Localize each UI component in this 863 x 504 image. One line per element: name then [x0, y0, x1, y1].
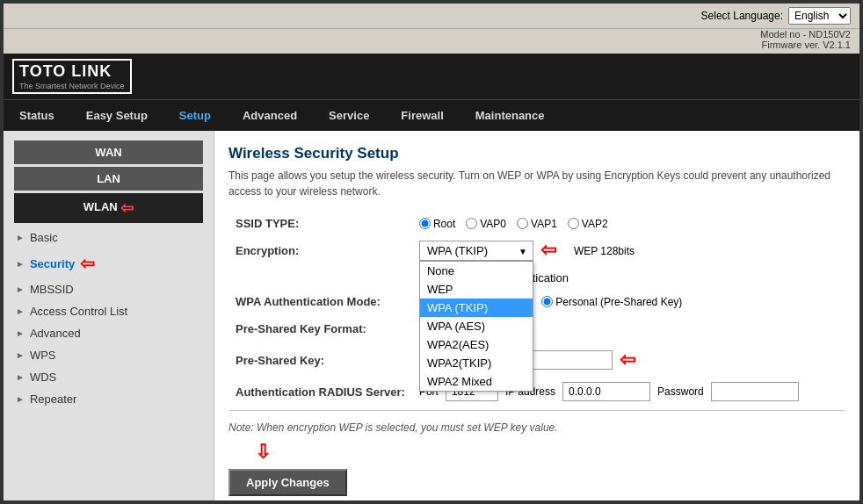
ssid-type-label: SSID TYPE:	[228, 212, 412, 235]
sidebar-label-mbssid: MBSSID	[30, 283, 74, 296]
logo-box: TOTO LINK The Smartest Network Device	[12, 59, 132, 94]
wpa-personal-label[interactable]: Personal (Pre-Shared Key)	[541, 296, 682, 308]
arrow-icon-advanced: ►	[16, 328, 25, 338]
sidebar-btn-wlan[interactable]: WLAN ⇦	[14, 193, 203, 223]
sidebar-label-repeater: Repeater	[30, 392, 76, 406]
use-8021x-empty	[228, 266, 412, 290]
enc-option-wpa2-mixed[interactable]: WPA2 Mixed	[420, 372, 533, 391]
language-select[interactable]: English Chinese Spanish	[788, 7, 851, 25]
red-arrow-encryption: ⇦	[540, 241, 556, 260]
radius-ip-input[interactable]	[562, 382, 650, 401]
preshared-key-label: Pre-Shared Key:	[228, 343, 412, 377]
firmware-version: Firmware ver. V2.1.1	[760, 40, 851, 50]
content-area: ⇩ Wireless Security Setup This page allo…	[214, 131, 859, 500]
page-title: Wireless Security Setup	[228, 145, 845, 162]
enc-option-wpa2-aes[interactable]: WPA2(AES)	[420, 335, 533, 354]
sidebar-item-acl[interactable]: ► Access Control List	[4, 300, 214, 322]
model-number: Model no - ND150V2	[760, 29, 851, 40]
sidebar-label-advanced: Advanced	[30, 327, 81, 340]
nav-status[interactable]: Status	[4, 100, 70, 131]
nav-firewall[interactable]: Firewall	[385, 100, 459, 131]
wep128-label: WEP 128bits	[574, 245, 635, 257]
encryption-dropdown-btn[interactable]: WPA (TKIP)	[419, 241, 533, 261]
sidebar-btn-lan[interactable]: LAN	[14, 167, 203, 191]
encryption-row: Encryption: WPA (TKIP) None WEP WPA (TKI…	[228, 235, 845, 266]
sidebar-label-security: Security	[30, 257, 75, 270]
wpa-auth-label: WPA Authentication Mode:	[228, 290, 412, 313]
radius-label: Authentication RADIUS Server:	[228, 377, 412, 407]
radius-pass-label: Password	[657, 385, 704, 398]
enc-option-wpa2-tkip[interactable]: WPA2(TKIP)	[420, 354, 533, 372]
ssid-vap0-label[interactable]: VAP0	[466, 218, 506, 230]
red-arrow-apply: ⇩	[255, 441, 271, 464]
lang-label: Select Language:	[701, 10, 783, 22]
preshared-format-row: Pre-Shared Key Format: Passphrase Hex	[228, 313, 845, 343]
enc-option-none[interactable]: None	[420, 262, 533, 280]
preshared-key-row: Pre-Shared Key: ⇦	[228, 343, 845, 377]
radius-pass-input[interactable]	[711, 382, 799, 401]
encryption-label: Encryption:	[228, 235, 412, 266]
red-arrow-security: ⇦	[80, 253, 95, 274]
ssid-root-label[interactable]: Root	[419, 218, 455, 230]
enc-option-wep[interactable]: WEP	[420, 280, 533, 299]
sidebar-label-wds: WDS	[30, 371, 56, 384]
preshared-format-label: Pre-Shared Key Format:	[228, 313, 412, 343]
sidebar-item-basic[interactable]: ► Basic	[4, 227, 214, 248]
model-info: Model no - ND150V2 Firmware ver. V2.1.1	[760, 29, 851, 50]
encryption-dropdown-menu: None WEP WPA (TKIP) WPA (AES) WPA2(AES) …	[419, 261, 533, 392]
ssid-vap2-radio[interactable]	[568, 218, 579, 229]
sidebar-item-wps[interactable]: ► WPS	[4, 344, 214, 366]
encryption-td: WPA (TKIP) None WEP WPA (TKIP) WPA (AES)…	[412, 235, 845, 266]
nav-setup[interactable]: Setup	[163, 100, 227, 131]
app-window: Select Language: English Chinese Spanish…	[0, 0, 863, 504]
sidebar-btn-wan[interactable]: WAN	[14, 140, 203, 164]
sidebar: WAN LAN WLAN ⇦ ► Basic ► Security ⇦ ► MB…	[4, 131, 214, 500]
arrow-icon-security: ►	[16, 259, 25, 269]
sidebar-item-wds[interactable]: ► WDS	[4, 366, 214, 388]
red-arrow-key: ⇦	[620, 349, 635, 371]
apply-changes-button[interactable]: Apply Changes	[228, 469, 347, 496]
arrow-icon-acl: ►	[16, 306, 25, 316]
arrow-icon-wds: ►	[16, 372, 25, 382]
arrow-icon: ►	[16, 233, 25, 242]
arrow-icon-mbssid: ►	[16, 284, 25, 294]
sidebar-item-repeater[interactable]: ► Repeater	[4, 388, 214, 410]
note-apply-wrapper: Note: When encryption WEP is selected, y…	[228, 414, 558, 496]
sidebar-label-wps: WPS	[30, 349, 56, 362]
nav-maintenance[interactable]: Maintenance	[460, 100, 561, 131]
nav-service[interactable]: Service	[313, 100, 385, 131]
logo-text: TOTO LINK	[19, 62, 112, 80]
arrow-icon-repeater: ►	[16, 394, 25, 404]
logo-subtitle: The Smartest Network Device	[19, 82, 125, 90]
form-table: SSID TYPE: Root VAP0 VAP1	[228, 212, 845, 407]
apply-wrapper: ⇩ Apply Changes	[228, 441, 558, 496]
ssid-vap1-label[interactable]: VAP1	[517, 218, 557, 230]
ssid-type-row: SSID TYPE: Root VAP0 VAP1	[228, 212, 845, 235]
header: TOTO LINK The Smartest Network Device	[4, 54, 859, 99]
ssid-radio-group: Root VAP0 VAP1 VAP2	[419, 218, 838, 230]
encryption-dropdown-wrapper: WPA (TKIP) None WEP WPA (TKIP) WPA (AES)…	[419, 241, 533, 261]
form-divider	[228, 410, 845, 411]
ssid-root-radio[interactable]	[419, 218, 431, 229]
sidebar-label-basic: Basic	[30, 231, 58, 244]
sidebar-item-mbssid[interactable]: ► MBSSID	[4, 278, 214, 300]
wpa-personal-radio[interactable]	[541, 296, 553, 307]
radius-row: Authentication RADIUS Server: Port IP ad…	[228, 377, 845, 407]
sidebar-section-wlan: ► Basic ► Security ⇦ ► MBSSID ► Access C…	[4, 227, 214, 410]
nav-easy-setup[interactable]: Easy Setup	[70, 100, 163, 131]
top-bar: Select Language: English Chinese Spanish	[4, 4, 859, 29]
enc-option-wpa-aes[interactable]: WPA (AES)	[420, 317, 533, 335]
sidebar-label-acl: Access Control List	[30, 305, 127, 318]
ssid-vap0-radio[interactable]	[466, 218, 477, 229]
sidebar-item-security[interactable]: ► Security ⇦	[4, 248, 214, 278]
nav-advanced[interactable]: Advanced	[227, 100, 313, 131]
main-content: WAN LAN WLAN ⇦ ► Basic ► Security ⇦ ► MB…	[4, 131, 859, 500]
note-text: Note: When encryption WEP is selected, y…	[228, 421, 558, 434]
ssid-vap2-label[interactable]: VAP2	[568, 218, 608, 230]
ssid-vap1-radio[interactable]	[517, 218, 528, 229]
page-description: This page allows you setup the wireless …	[228, 168, 845, 199]
sidebar-item-advanced[interactable]: ► Advanced	[4, 322, 214, 344]
enc-option-wpa-tkip[interactable]: WPA (TKIP)	[420, 299, 533, 317]
arrow-icon-wps: ►	[16, 350, 25, 360]
nav-bar: Status Easy Setup Setup Advanced Service…	[4, 99, 859, 131]
